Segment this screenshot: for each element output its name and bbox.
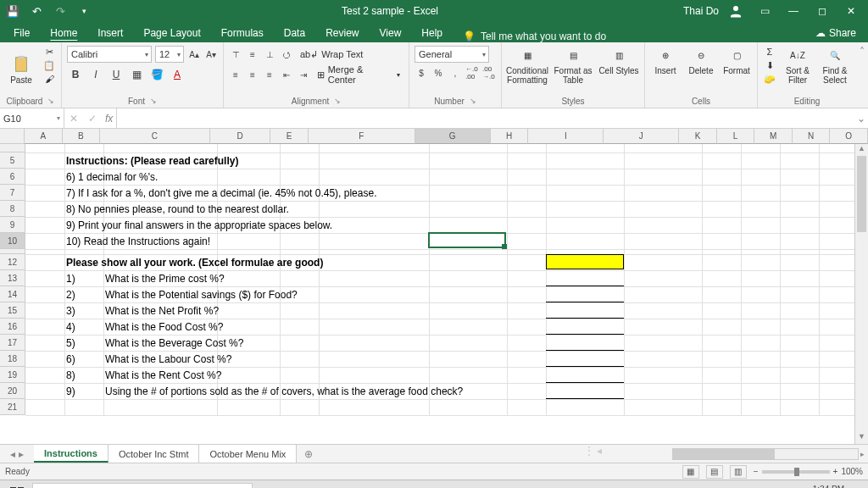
percent-icon[interactable]: % [431,66,445,80]
col-header-N[interactable]: N [793,129,831,144]
cell-B7[interactable]: 7) If I ask for a %, don't give me a dec… [64,185,488,201]
name-box[interactable]: G10 [0,108,64,128]
currency-icon[interactable]: $ [415,66,428,80]
tell-me[interactable]: 💡 Tell me what you want to do [463,30,606,42]
format-cells-button[interactable]: ▢Format [721,46,752,75]
page-break-view-icon[interactable]: ▥ [730,465,747,479]
task-view-icon[interactable]: ◯ [263,482,292,489]
align-left-icon[interactable]: ≡ [229,68,242,81]
col-header-A[interactable]: A [25,129,63,144]
row-header-4[interactable] [0,144,25,152]
cell-B9[interactable]: 9) Print your final answers in the appro… [64,217,488,233]
cell-C13[interactable]: What is the Prime cost %? [103,270,578,286]
delete-cells-button[interactable]: ⊖Delete [686,46,716,75]
row-header-20[interactable]: 20 [0,383,25,399]
tab-formulas[interactable]: Formulas [211,24,274,42]
tab-file[interactable]: File [3,24,40,42]
edge-icon[interactable]: 🌐 [324,482,353,489]
cell-B12[interactable]: Please show all your work. (Excel formul… [64,254,488,270]
horizontal-scrollbar[interactable]: ▸ [609,445,868,463]
decrease-decimal-icon[interactable]: .00 →.0 [482,66,496,80]
conditional-formatting-button[interactable]: ▦Conditional Formatting [507,46,548,85]
cell-C16[interactable]: What is the Food Cost %? [103,319,578,335]
save-icon[interactable]: 💾 [3,2,22,20]
col-header-H[interactable]: H [491,129,529,144]
tab-data[interactable]: Data [274,24,315,42]
taskbar-search[interactable]: 🔍 Type here to search [32,483,253,489]
explorer-icon[interactable]: 📁 [354,482,383,489]
increase-decimal-icon[interactable]: ←.0 .00 [465,66,479,80]
increase-indent-icon[interactable]: ⇥ [297,68,310,81]
cell-C20[interactable]: Using the # of portions sold as the # of… [103,383,578,399]
paste-button[interactable]: Paste [5,46,37,93]
borders-icon[interactable]: ▦ [128,66,145,83]
row-header-8[interactable]: 8 [0,201,25,217]
underline-button[interactable]: U [108,66,125,83]
zoom-in-icon[interactable]: + [833,467,838,476]
format-as-table-button[interactable]: ▤Format as Table [553,46,593,85]
chrome-icon[interactable]: ◉ [476,482,505,489]
enter-formula-icon[interactable]: ✓ [83,110,102,127]
align-middle-icon[interactable]: ≡ [246,47,259,61]
sheet-tab-oct-menu[interactable]: October Menu Mix [199,445,297,463]
cell-B10[interactable]: 10) Read the Instructions again! [64,233,488,249]
insert-cells-button[interactable]: ⊕Insert [650,46,681,75]
sort-filter-button[interactable]: A↓ZSort & Filter [782,46,814,85]
user-avatar-icon[interactable] [724,2,748,20]
decrease-font-icon[interactable]: A▾ [204,47,218,61]
col-header-M[interactable]: M [754,129,793,144]
bold-button[interactable]: B [67,66,84,83]
format-painter-icon[interactable]: 🖌 [42,73,56,85]
maximize-icon[interactable]: ◻ [810,2,834,20]
normal-view-icon[interactable]: ▦ [682,465,699,479]
zoom-out-icon[interactable]: − [754,467,759,476]
vertical-scrollbar[interactable]: ▲ ▼ [854,144,868,444]
row-header-10[interactable]: 10 [0,233,25,249]
row-header-9[interactable]: 9 [0,217,25,233]
cancel-formula-icon[interactable]: ✕ [64,110,83,127]
italic-button[interactable]: I [87,66,104,83]
row-header-15[interactable]: 15 [0,302,25,319]
cell-B16[interactable]: 4) [64,319,102,335]
page-layout-view-icon[interactable]: ▤ [706,465,723,479]
cell-I12-highlight[interactable] [546,254,624,269]
zoom-level[interactable]: 100% [841,467,863,476]
cell-B17[interactable]: 5) [64,335,102,351]
sheet-tab-oct-inc[interactable]: October Inc Stmt [108,445,200,463]
dialog-launcher-icon[interactable]: ↘ [150,97,157,106]
col-header-J[interactable]: J [604,129,679,144]
cell-C17[interactable]: What is the Beverage Cost %? [103,335,578,351]
col-header-E[interactable]: E [270,129,309,144]
row-header-19[interactable]: 19 [0,367,25,383]
cell-B8[interactable]: 8) No pennies please, round to the neare… [64,201,488,217]
align-center-icon[interactable]: ≡ [246,68,259,81]
decrease-indent-icon[interactable]: ⇤ [280,68,293,81]
formula-input[interactable] [117,108,854,128]
font-name[interactable]: Calibri [67,46,152,63]
tab-insert[interactable]: Insert [87,24,133,42]
cell-B5[interactable]: Instructions: (Please read carefully) [64,152,488,169]
sheet-nav[interactable]: ◂ ▸ [0,445,34,463]
row-header-16[interactable]: 16 [0,319,25,335]
font-size[interactable]: 12 [155,46,184,63]
align-top-icon[interactable]: ⊤ [229,47,242,61]
cell-B20[interactable]: 9) [64,383,102,399]
tab-help[interactable]: Help [411,24,453,42]
snip-icon[interactable]: ✂ [446,482,475,489]
sheet-tab-instructions[interactable]: Instructions [34,445,108,463]
fill-color-icon[interactable]: 🪣 [148,66,165,83]
copy-icon[interactable]: 📋 [42,59,56,71]
tab-review[interactable]: Review [315,24,369,42]
cut-icon[interactable]: ✂ [42,46,56,58]
align-bottom-icon[interactable]: ⊥ [263,47,276,61]
cell-C18[interactable]: What is the Labour Cost %? [103,351,578,367]
qat-customize-icon[interactable]: ▾ [75,2,93,20]
row-header-21[interactable]: 21 [0,399,25,415]
increase-font-icon[interactable]: A▴ [187,47,201,61]
merge-center-button[interactable]: ⊞Merge & Center▾ [314,66,403,83]
row-header-12[interactable]: 12 [0,254,25,270]
share-button[interactable]: ☁ Share [807,24,865,42]
comma-icon[interactable]: , [448,66,462,80]
dialog-launcher-icon[interactable]: ↘ [334,97,341,106]
row-header-6[interactable]: 6 [0,169,25,185]
